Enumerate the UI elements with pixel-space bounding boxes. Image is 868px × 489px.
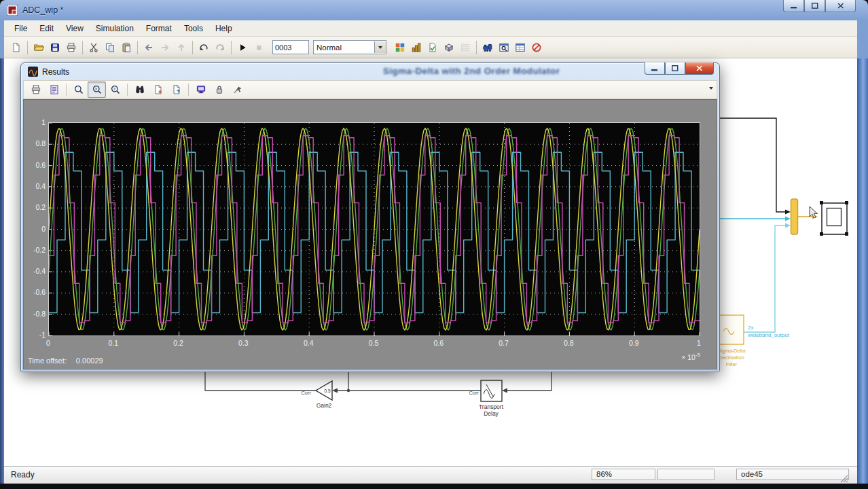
paste-button[interactable] xyxy=(118,39,134,56)
go-up-button[interactable] xyxy=(173,39,189,56)
debug-button[interactable] xyxy=(480,39,496,56)
library-browser-button[interactable] xyxy=(392,39,408,56)
toolbar-separator xyxy=(82,41,83,54)
scope-plot[interactable] xyxy=(48,122,700,336)
signal-line-cyan-2[interactable] xyxy=(744,225,785,332)
scope-parameters-button[interactable] xyxy=(45,82,63,98)
close-button[interactable] xyxy=(825,0,856,12)
save-model-button[interactable] xyxy=(47,39,63,56)
copy-button[interactable] xyxy=(102,39,118,56)
feedback-line-left[interactable] xyxy=(205,372,316,391)
arrowhead xyxy=(502,388,507,393)
mux-block[interactable] xyxy=(791,199,798,234)
status-zoom: 86% xyxy=(592,469,655,480)
menu-edit[interactable]: Edit xyxy=(33,22,60,35)
run-button[interactable] xyxy=(234,39,251,56)
x-tick-label: 0.7 xyxy=(489,339,519,347)
arrowhead xyxy=(785,217,791,221)
arrow-up-icon xyxy=(176,42,187,53)
gain-annotation: Corr xyxy=(301,390,311,396)
minimize-button[interactable] xyxy=(783,0,804,12)
zoom-button[interactable] xyxy=(69,82,88,98)
restore-axes-button[interactable] xyxy=(167,82,185,98)
scope-minimize-button[interactable] xyxy=(645,62,665,75)
scope-maximize-button[interactable] xyxy=(665,62,685,75)
status-solver: ode45 xyxy=(736,469,849,480)
scissors-icon xyxy=(88,42,99,53)
sim-mode-value: Normal xyxy=(314,43,374,52)
scope-print-button[interactable] xyxy=(26,82,45,98)
sim-time-field[interactable] xyxy=(272,40,309,54)
x-tick-label: 0.8 xyxy=(554,339,583,347)
selection-handle[interactable] xyxy=(845,232,848,236)
scope-window-icon xyxy=(28,67,38,77)
stop-button[interactable] xyxy=(251,39,267,56)
simulink-app-icon xyxy=(7,5,18,16)
zoom-icon xyxy=(73,84,84,95)
export-model-button[interactable] xyxy=(441,39,457,56)
signal-label[interactable]: wideband_output xyxy=(747,332,790,338)
scope-titlebar[interactable]: Results Sigma-Delta with 2nd Order Modul… xyxy=(23,63,717,80)
forward-button[interactable] xyxy=(157,39,173,56)
zoom-y-button[interactable]: Y xyxy=(106,82,124,98)
toolbar-separator xyxy=(476,41,477,54)
chevron-down-icon xyxy=(378,46,382,49)
waveform-plot xyxy=(49,123,700,336)
zoom-x-button[interactable]: X xyxy=(88,82,106,98)
feedback-line-right[interactable] xyxy=(507,372,551,391)
menu-help[interactable]: Help xyxy=(209,22,238,35)
redo-button[interactable] xyxy=(212,39,228,56)
signal-selection-button[interactable] xyxy=(228,82,247,98)
zoom-y-icon: Y xyxy=(110,84,121,95)
selection-handle[interactable] xyxy=(820,201,823,204)
model-browser-button[interactable] xyxy=(408,39,424,56)
selection-handle[interactable] xyxy=(845,201,848,204)
decimator-caption-1: Sigma-Delta xyxy=(717,348,746,354)
menu-view[interactable]: View xyxy=(60,22,90,35)
train-icon xyxy=(482,42,493,53)
window-frame-left xyxy=(0,58,4,484)
autoscale-button[interactable] xyxy=(130,82,149,98)
printer-icon xyxy=(66,42,77,53)
print-button[interactable] xyxy=(63,39,79,56)
time-offset: Time offset:0.00029 xyxy=(28,357,103,365)
selection-handle[interactable] xyxy=(820,232,823,236)
decimator-block[interactable] xyxy=(719,315,744,344)
delay-annotation: Corr xyxy=(469,390,479,396)
lock-axes-button[interactable] xyxy=(210,82,228,98)
save-axes-icon xyxy=(153,84,164,95)
open-model-button[interactable] xyxy=(31,39,47,56)
scope-toolbar: XY xyxy=(23,80,717,99)
resize-grip[interactable] xyxy=(839,474,849,484)
sim-mode-select[interactable]: Normal xyxy=(313,40,386,54)
menu-file[interactable]: File xyxy=(8,22,33,35)
combo-dropdown-button[interactable] xyxy=(374,41,386,53)
toggle-grid-button[interactable] xyxy=(457,39,473,56)
remove-highlight-button[interactable] xyxy=(528,39,545,56)
signal-line-black[interactable] xyxy=(717,118,785,212)
maximize-button[interactable] xyxy=(804,0,825,12)
cut-button[interactable] xyxy=(86,39,102,56)
undo-button[interactable] xyxy=(196,39,212,56)
update-diagram-button[interactable] xyxy=(424,39,441,56)
menu-format[interactable]: Format xyxy=(140,22,178,35)
grid-icon xyxy=(460,42,471,53)
floating-scope-button[interactable] xyxy=(192,82,210,98)
menu-tools[interactable]: Tools xyxy=(178,22,209,35)
x-tick-label: 0.6 xyxy=(424,339,454,347)
toolbar-separator xyxy=(27,41,28,54)
find-in-model-button[interactable] xyxy=(496,39,512,56)
new-model-button[interactable] xyxy=(8,39,24,56)
scope-graph-area: 10.80.60.40.20-0.2-0.4-0.6-0.8-1 00.10.2… xyxy=(23,99,717,369)
back-button[interactable] xyxy=(141,39,157,56)
toolbar-overflow-button[interactable] xyxy=(709,87,713,90)
model-explorer-button[interactable] xyxy=(512,39,528,56)
window-title: ADC_wip * xyxy=(22,5,63,15)
signal-icon xyxy=(232,84,243,95)
save-axes-button[interactable] xyxy=(149,82,167,98)
lock-icon xyxy=(214,84,225,95)
main-window: ADC_wip * FileEditViewSimulationFormatTo… xyxy=(0,0,868,489)
menu-simulation[interactable]: Simulation xyxy=(90,22,140,35)
scope-close-button[interactable] xyxy=(685,62,714,75)
svg-text:Y: Y xyxy=(113,87,115,91)
